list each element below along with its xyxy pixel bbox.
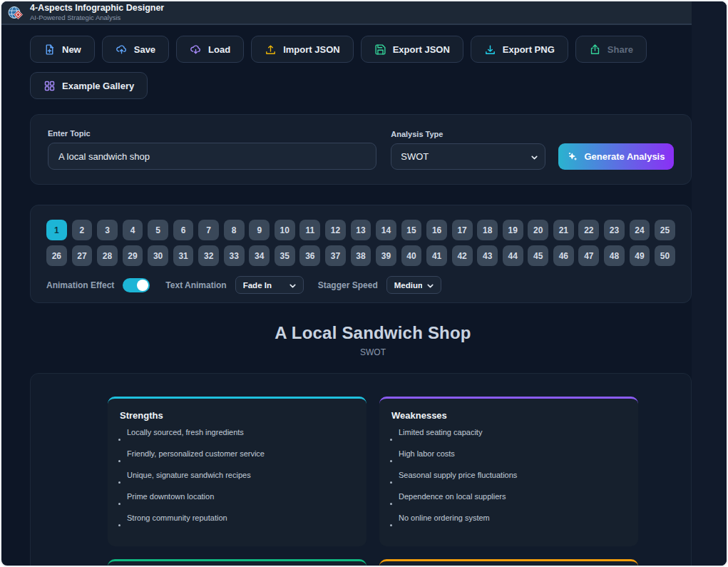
slide-number-42-button[interactable]: 42 (452, 245, 473, 266)
load-button[interactable]: Load (176, 36, 244, 63)
slide-number-48-button[interactable]: 48 (604, 245, 625, 266)
slide-number-20-button[interactable]: 20 (528, 220, 548, 240)
slide-number-35-button[interactable]: 35 (275, 245, 295, 266)
slide-number-13-button[interactable]: 13 (351, 220, 371, 240)
analysis-type-select[interactable]: SWOT (391, 143, 545, 170)
slide-number-5-button[interactable]: 5 (148, 220, 168, 240)
slide-number-22-button[interactable]: 22 (578, 220, 599, 240)
aspect-card-strengths: StrengthsLocally sourced, fresh ingredie… (108, 397, 366, 546)
load-label: Load (208, 44, 230, 55)
card-item: Friendly, personalized customer service (120, 449, 354, 471)
slide-number-7-button[interactable]: 7 (198, 220, 219, 240)
animation-effect-label: Animation Effect (46, 280, 114, 290)
card-item: Dependence on local suppliers (391, 492, 626, 514)
settings-panel: 1234567891011121314151617181920212223242… (30, 205, 692, 303)
slide-number-41-button[interactable]: 41 (426, 245, 447, 266)
toggle-knob (137, 280, 148, 291)
slide-number-18-button[interactable]: 18 (477, 220, 498, 240)
slide-number-3-button[interactable]: 3 (97, 220, 118, 240)
slide-number-23-button[interactable]: 23 (604, 220, 625, 240)
new-label: New (62, 44, 81, 55)
app-header: 4-Aspects Infographic Designer AI-Powere… (1, 1, 692, 25)
topic-input[interactable] (48, 143, 376, 170)
aspect-card-opportunities: Opportunities (108, 559, 366, 567)
topic-label: Enter Topic (48, 129, 376, 138)
slide-number-38-button[interactable]: 38 (351, 245, 371, 266)
app-logo-icon (7, 4, 24, 21)
slide-number-45-button[interactable]: 45 (528, 245, 548, 266)
card-item: High labor costs (391, 449, 626, 471)
animation-effect-toggle[interactable] (123, 278, 150, 292)
slide-number-17-button[interactable]: 17 (452, 220, 473, 240)
card-item-list: Limited seating capacityHigh labor costs… (391, 428, 626, 535)
card-item: Seasonal supply price fluctuations (391, 471, 626, 492)
stagger-speed-select[interactable]: Medium (386, 276, 441, 294)
import-json-button[interactable]: Import JSON (251, 36, 353, 63)
slide-number-8-button[interactable]: 8 (224, 220, 245, 240)
slide-number-6-button[interactable]: 6 (173, 220, 194, 240)
share-button[interactable]: Share (575, 36, 647, 63)
card-item: No online ordering system (391, 514, 626, 535)
floppy-disk-icon (374, 44, 386, 56)
export-png-button[interactable]: Export PNG (471, 36, 568, 63)
slide-number-11-button[interactable]: 11 (299, 220, 320, 240)
slide-number-2-button[interactable]: 2 (72, 220, 93, 240)
slide-number-4-button[interactable]: 4 (123, 220, 143, 240)
slide-number-32-button[interactable]: 32 (198, 245, 219, 266)
slide-number-39-button[interactable]: 39 (376, 245, 396, 266)
result-heading: A Local Sandwich Shop SWOT (42, 323, 704, 357)
slide-number-47-button[interactable]: 47 (578, 245, 599, 266)
slide-number-25-button[interactable]: 25 (655, 220, 675, 240)
sparkles-icon (567, 151, 578, 163)
slide-number-24-button[interactable]: 24 (630, 220, 650, 240)
slide-number-1-button[interactable]: 1 (46, 220, 67, 240)
new-button[interactable]: New (30, 36, 95, 63)
result-title: A Local Sandwich Shop (42, 323, 704, 343)
slide-number-46-button[interactable]: 46 (553, 245, 574, 266)
export-json-button[interactable]: Export JSON (361, 36, 463, 63)
slide-number-34-button[interactable]: 34 (249, 245, 270, 266)
topic-panel: Enter Topic Analysis Type SWOT (30, 114, 692, 185)
aspect-cards-grid: StrengthsLocally sourced, fresh ingredie… (108, 397, 638, 567)
file-plus-icon (43, 44, 56, 56)
slide-number-12-button[interactable]: 12 (325, 220, 346, 240)
grid-icon (43, 80, 56, 92)
slide-number-9-button[interactable]: 9 (249, 220, 270, 240)
share-icon (589, 44, 601, 56)
slide-number-43-button[interactable]: 43 (477, 245, 498, 266)
slide-number-44-button[interactable]: 44 (503, 245, 523, 266)
slide-number-37-button[interactable]: 37 (325, 245, 346, 266)
slide-number-19-button[interactable]: 19 (503, 220, 523, 240)
slide-number-29-button[interactable]: 29 (123, 245, 143, 266)
slide-number-30-button[interactable]: 30 (148, 245, 168, 266)
slide-number-10-button[interactable]: 10 (275, 220, 295, 240)
slide-number-28-button[interactable]: 28 (97, 245, 118, 266)
gallery-row: Example Gallery (30, 72, 692, 99)
upload-icon (265, 44, 277, 56)
slide-number-14-button[interactable]: 14 (376, 220, 396, 240)
aspect-card-weaknesses: WeaknessesLimited seating capacityHigh l… (379, 397, 638, 546)
app-window: 4-Aspects Infographic Designer AI-Powere… (0, 0, 728, 567)
slide-number-27-button[interactable]: 27 (72, 245, 93, 266)
slide-number-36-button[interactable]: 36 (299, 245, 320, 266)
generate-analysis-label: Generate Analysis (584, 151, 665, 162)
example-gallery-button[interactable]: Example Gallery (30, 72, 148, 99)
slide-number-50-button[interactable]: 50 (655, 245, 675, 266)
share-label: Share (607, 44, 633, 55)
slide-number-40-button[interactable]: 40 (401, 245, 422, 266)
card-item: Prime downtown location (120, 492, 354, 514)
slide-number-49-button[interactable]: 49 (630, 245, 650, 266)
generate-analysis-button[interactable]: Generate Analysis (558, 143, 674, 170)
slide-number-21-button[interactable]: 21 (553, 220, 574, 240)
slide-number-33-button[interactable]: 33 (224, 245, 245, 266)
text-animation-label: Text Animation (165, 280, 226, 290)
slide-number-15-button[interactable]: 15 (401, 220, 422, 240)
save-button[interactable]: Save (102, 36, 169, 63)
text-animation-select[interactable]: Fade In (235, 276, 304, 294)
right-gutter (692, 1, 727, 566)
slide-number-16-button[interactable]: 16 (426, 220, 447, 240)
analysis-type-label: Analysis Type (391, 130, 545, 138)
slide-number-31-button[interactable]: 31 (173, 245, 194, 266)
card-item-list: Locally sourced, fresh ingredientsFriend… (120, 428, 354, 535)
slide-number-26-button[interactable]: 26 (46, 245, 67, 266)
